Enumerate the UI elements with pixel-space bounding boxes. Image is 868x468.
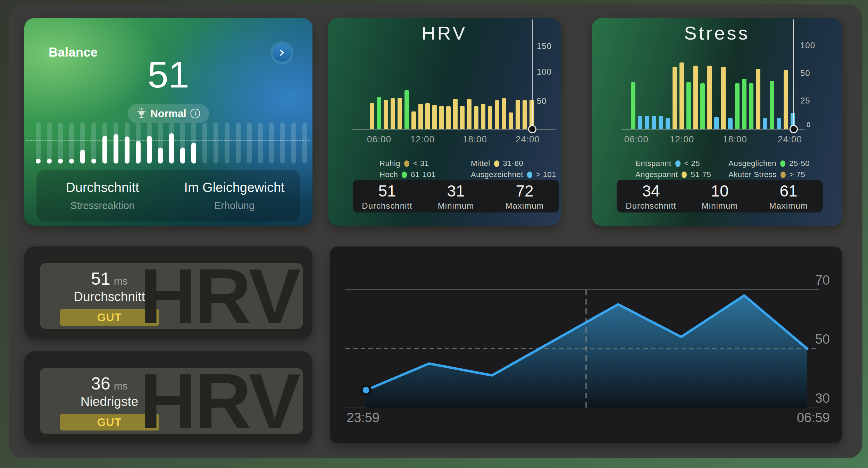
balance-badge-label: Normal <box>150 108 186 119</box>
legend-range: > 101 <box>536 170 556 179</box>
hrv-lowest-value-row: 36 ms <box>91 374 128 394</box>
legend-label: Akuter Stress <box>728 170 777 179</box>
legend-row: Entspannt< 25Ausgeglichen25-50 <box>592 159 842 170</box>
cursor-handle[interactable] <box>790 125 798 133</box>
cursor-line[interactable] <box>532 19 533 129</box>
hrv-lowest-unit: ms <box>114 380 128 392</box>
cursor-line[interactable] <box>793 19 794 129</box>
stress-chart-card: Stress 1005025006:0012:0018:0024:00 Ents… <box>592 18 842 226</box>
waveform-bar <box>47 159 52 164</box>
bar <box>693 66 698 129</box>
waveform-ghost-bar <box>202 123 207 164</box>
trophy-icon <box>136 108 146 119</box>
trend-y-tick: 70 <box>788 273 830 288</box>
bar <box>474 106 478 129</box>
stat-label: Minimum <box>438 201 474 211</box>
x-axis-line <box>352 129 556 130</box>
stat-value: 72 <box>516 182 533 200</box>
legend-label: Mittel <box>471 159 490 168</box>
legend-dot <box>402 172 407 178</box>
legend-label: Hoch <box>379 170 398 179</box>
bar <box>523 100 527 129</box>
hrv-trend-chart <box>330 246 842 443</box>
waveform-bar <box>69 159 74 164</box>
stat-value: 34 <box>642 182 660 200</box>
legend-label: Ausgezeichnet <box>471 170 523 179</box>
y-tick-label: 50 <box>537 96 547 106</box>
hrv-lowest-card: 36 ms Niedrigste GUT HRV <box>24 351 312 443</box>
waveform-ghost-bar <box>247 123 252 164</box>
balance-waveform <box>36 122 309 164</box>
bar <box>707 66 712 129</box>
waveform-bar <box>169 133 174 164</box>
legend-dot <box>675 160 681 167</box>
bar <box>749 83 753 129</box>
waveform-bar <box>114 134 118 164</box>
hrv-lowest-inner: 36 ms Niedrigste GUT HRV <box>40 368 303 434</box>
bar <box>384 100 388 129</box>
legend-label: Ausgeglichen <box>728 159 776 168</box>
x-tick-label: 12:00 <box>666 134 698 145</box>
hrv-lowest-value: 36 <box>91 374 110 394</box>
hrv-trend-card: 705030 23:59 06:59 <box>330 246 842 443</box>
y-tick-label: 100 <box>800 41 815 50</box>
hrv-chart-card: HRV 1501005006:0012:0018:0024:00 Ruhig< … <box>328 18 561 226</box>
hrv-watermark: HRV <box>140 362 299 440</box>
y-tick-label: 100 <box>537 67 552 77</box>
bar <box>460 106 465 129</box>
waveform-bar <box>191 143 196 164</box>
waveform-ghost-bar <box>269 123 274 164</box>
bar <box>679 62 684 129</box>
waveform-ghost-bar <box>69 123 74 164</box>
bar <box>721 67 726 129</box>
bar <box>481 104 485 129</box>
stat: 61Maximum <box>754 180 823 212</box>
bar <box>502 98 506 129</box>
x-tick-label: 24:00 <box>774 134 806 145</box>
bar <box>756 69 760 129</box>
legend-item: Angespannt51-75 <box>635 170 711 179</box>
metric-value: Im Gleichgewicht <box>184 180 284 195</box>
waveform-ghost-bar <box>58 123 63 164</box>
balance-metrics-panel: DurchschnittStressreaktionIm Gleichgewic… <box>36 170 300 222</box>
bar <box>418 104 423 129</box>
legend-item: Entspannt< 25 <box>635 159 700 168</box>
legend-item: Hoch61-101 <box>379 170 436 179</box>
trend-start-dot[interactable] <box>361 386 370 395</box>
bar <box>673 67 677 129</box>
bar <box>735 83 740 129</box>
bar <box>432 105 437 129</box>
bar <box>391 98 395 129</box>
waveform-bar <box>80 150 85 164</box>
hrv-watermark: HRV <box>140 257 299 335</box>
balance-status-badge[interactable]: Normal i <box>127 104 209 123</box>
bar <box>714 117 719 129</box>
cursor-handle[interactable] <box>528 125 536 133</box>
legend-label: Entspannt <box>635 159 671 168</box>
balance-metric: Im GleichgewichtErholung <box>168 170 300 222</box>
bar <box>763 118 767 129</box>
hrv-average-value: 51 <box>91 269 110 289</box>
stat: 34Durchschnitt <box>617 180 685 212</box>
health-dashboard: { "balance_card": { "title": "Balance", … <box>0 0 868 468</box>
waveform-ghost-bar <box>91 123 96 164</box>
trend-x-end-label: 06:59 <box>797 410 830 425</box>
waveform-ghost-bar <box>236 123 241 164</box>
bar <box>370 103 374 129</box>
legend-item: Ausgezeichnet> 101 <box>471 170 556 179</box>
waveform-ghost-bar <box>225 123 229 164</box>
legend-dot <box>682 172 687 178</box>
bar <box>638 116 642 129</box>
waveform-ghost-bar <box>47 123 52 164</box>
x-tick-label: 24:00 <box>512 134 543 145</box>
legend-range: > 75 <box>790 170 805 179</box>
info-icon[interactable]: i <box>191 109 200 118</box>
legend-dot <box>404 160 409 167</box>
legend-dot <box>494 160 499 167</box>
bar <box>777 118 781 129</box>
stress-stats-panel: 34Durchschnitt10Minimum61Maximum <box>617 180 823 212</box>
hrv-stats-panel: 51Durchschnitt31Minimum72Maximum <box>353 180 559 212</box>
waveform-bar <box>158 148 163 164</box>
waveform-ghost-bar <box>291 123 296 164</box>
stat-label: Maximum <box>769 201 808 211</box>
